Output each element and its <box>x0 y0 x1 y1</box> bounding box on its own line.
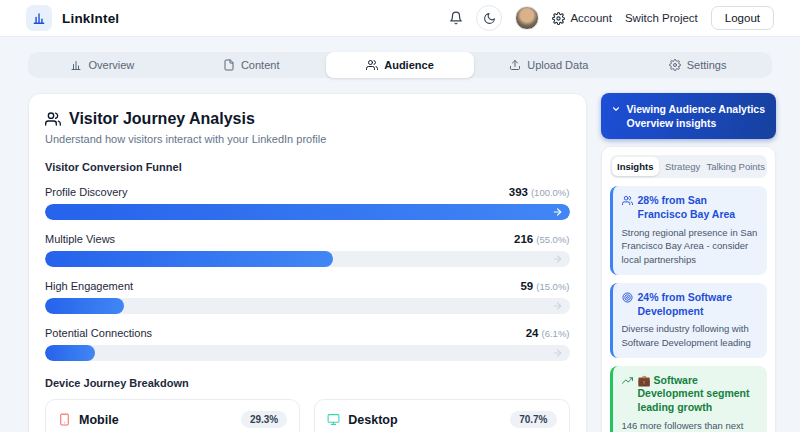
app-logo-icon <box>26 5 52 31</box>
page-subtitle: Understand how visitors interact with yo… <box>45 133 570 145</box>
trending-up-icon <box>622 375 633 415</box>
funnel-bar-track <box>45 251 570 267</box>
funnel-stage-values: 59(15.0%) <box>520 280 569 292</box>
insight-title: 💼 Software Development segment leading g… <box>638 374 759 415</box>
smartphone-icon <box>58 413 71 426</box>
insight-title: 28% from San Francisco Bay Area <box>638 194 759 221</box>
top-navbar: LinkIntel Account Switch Project Logout <box>0 0 800 37</box>
insights-panel: Insights Strategy Talking Points 28% fro… <box>601 146 777 432</box>
tab-label: Settings <box>687 59 727 71</box>
arrow-right-icon <box>552 348 563 359</box>
funnel-stage-row: High Engagement 59(15.0%) <box>45 280 570 314</box>
insights-header-banner[interactable]: Viewing Audience Analytics Overview insi… <box>601 93 777 139</box>
insights-tabbar: Insights Strategy Talking Points <box>610 155 768 178</box>
account-button[interactable]: Account <box>552 12 612 25</box>
insight-title: 24% from Software Development <box>638 291 759 318</box>
gear-icon <box>552 12 565 25</box>
funnel-stage-values: 393(100.0%) <box>509 186 570 198</box>
moon-icon <box>483 12 496 25</box>
brand-group: LinkIntel <box>26 5 119 31</box>
users-icon <box>622 195 633 221</box>
device-name: Mobile <box>79 413 233 427</box>
funnel-stage-row: Multiple Views 216(55.0%) <box>45 233 570 267</box>
page-title: Visitor Journey Analysis <box>69 110 255 128</box>
funnel-stage-label: Profile Discovery <box>45 186 128 198</box>
insight-card-industry[interactable]: 24% from Software Development Diverse in… <box>610 283 768 358</box>
tab-label: Upload Data <box>527 59 588 71</box>
tab-label: Overview <box>88 59 134 71</box>
funnel-stage-label: Multiple Views <box>45 233 115 245</box>
account-label: Account <box>570 12 612 24</box>
funnel-section-title: Visitor Conversion Funnel <box>45 161 570 173</box>
insight-body: 146 more followers than next segment - s… <box>622 419 759 432</box>
insights-header-text: Viewing Audience Analytics Overview insi… <box>627 102 767 130</box>
app-root: LinkIntel Account Switch Project Logout … <box>0 0 800 432</box>
brand-name: LinkIntel <box>62 11 119 26</box>
upload-icon <box>509 59 521 71</box>
tab-label: Content <box>241 59 280 71</box>
tab-insights[interactable]: Insights <box>612 157 659 176</box>
arrow-right-icon <box>552 207 563 218</box>
visitor-journey-card: Visitor Journey Analysis Understand how … <box>28 93 587 432</box>
device-name: Desktop <box>348 413 502 427</box>
funnel-stage-label: High Engagement <box>45 280 133 292</box>
funnel-bar-track <box>45 204 570 220</box>
funnel-bar-fill <box>45 298 124 314</box>
user-avatar[interactable] <box>515 6 539 30</box>
document-icon <box>223 59 235 71</box>
device-card-desktop: Desktop 70.7% Users:278 Avg Views/User:2… <box>314 399 569 432</box>
tab-label: Audience <box>384 59 434 71</box>
logout-button[interactable]: Logout <box>711 6 774 30</box>
device-share-badge: 70.7% <box>510 411 556 428</box>
switch-project-button[interactable]: Switch Project <box>625 12 698 24</box>
insight-card-growth[interactable]: 💼 Software Development segment leading g… <box>610 366 768 432</box>
insight-card-geography[interactable]: 28% from San Francisco Bay Area Strong r… <box>610 186 768 275</box>
tab-strategy[interactable]: Strategy <box>659 157 706 176</box>
tab-settings[interactable]: Settings <box>623 52 772 78</box>
insights-sidebar: Viewing Audience Analytics Overview insi… <box>601 93 777 432</box>
device-card-mobile: Mobile 29.3% Users:115 Avg Views/User:2.… <box>45 399 300 432</box>
chevron-down-icon <box>611 104 621 130</box>
insight-body: Strong regional presence in San Francisc… <box>622 226 759 267</box>
navbar-actions: Account Switch Project Logout <box>449 5 774 31</box>
device-grid: Mobile 29.3% Users:115 Avg Views/User:2.… <box>45 399 570 432</box>
dark-mode-toggle-button[interactable] <box>476 5 502 31</box>
users-icon <box>366 59 378 71</box>
notifications-bell-icon[interactable] <box>449 11 463 25</box>
funnel-bar-fill <box>45 251 333 267</box>
monitor-icon <box>327 413 340 426</box>
tab-talking-points[interactable]: Talking Points <box>706 157 765 176</box>
funnel-bar-track <box>45 298 570 314</box>
funnel-stage-label: Potential Connections <box>45 327 152 339</box>
funnel-bar-fill <box>45 204 570 220</box>
tab-content[interactable]: Content <box>177 52 326 78</box>
insight-body: Diverse industry following with Software… <box>622 322 759 350</box>
funnel-stage-row: Potential Connections 24(6.1%) <box>45 327 570 361</box>
device-share-badge: 29.3% <box>241 411 287 428</box>
target-icon <box>622 292 633 318</box>
tab-overview[interactable]: Overview <box>28 52 177 78</box>
tab-audience[interactable]: Audience <box>326 52 475 78</box>
device-section-title: Device Journey Breakdown <box>45 377 570 389</box>
users-icon <box>45 111 61 127</box>
funnel-bar-fill <box>45 345 95 361</box>
arrow-right-icon <box>552 301 563 312</box>
bar-chart-icon <box>70 59 82 71</box>
funnel-stage-values: 24(6.1%) <box>526 327 570 339</box>
content-area: Visitor Journey Analysis Understand how … <box>0 78 800 432</box>
funnel-bar-track <box>45 345 570 361</box>
main-tabbar: Overview Content Audience Upload Data Se… <box>28 52 772 78</box>
tab-upload-data[interactable]: Upload Data <box>474 52 623 78</box>
funnel-stage-row: Profile Discovery 393(100.0%) <box>45 186 570 220</box>
arrow-right-icon <box>552 254 563 265</box>
card-title-row: Visitor Journey Analysis <box>45 110 570 128</box>
funnel-stage-values: 216(55.0%) <box>514 233 569 245</box>
gear-icon <box>669 59 681 71</box>
